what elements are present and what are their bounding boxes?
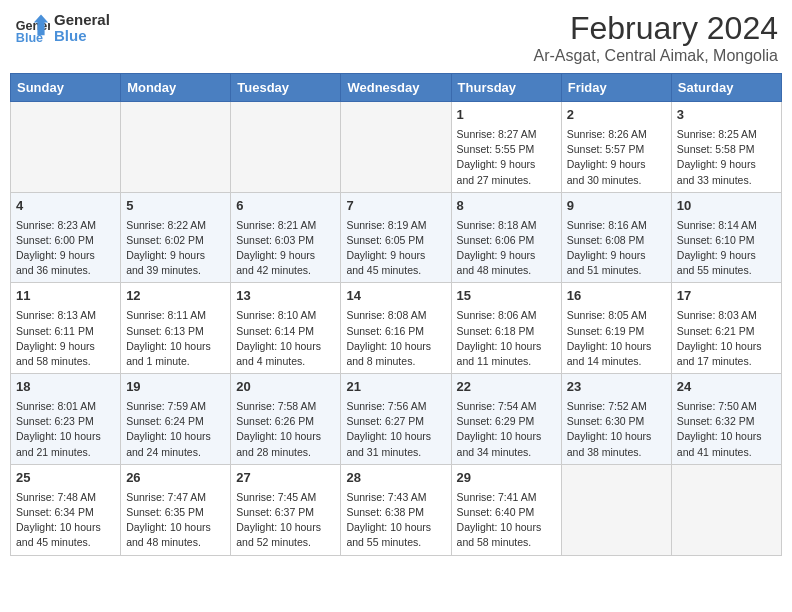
day-number: 8 [457,197,556,216]
day-info: Sunrise: 7:52 AM [567,399,666,414]
day-info: Daylight: 10 hours and 34 minutes. [457,429,556,459]
day-number: 6 [236,197,335,216]
calendar-cell: 4Sunrise: 8:23 AMSunset: 6:00 PMDaylight… [11,192,121,283]
day-info: Sunset: 6:26 PM [236,414,335,429]
col-header-friday: Friday [561,74,671,102]
day-number: 14 [346,287,445,306]
day-info: Sunrise: 8:26 AM [567,127,666,142]
day-info: Sunset: 6:34 PM [16,505,115,520]
day-info: Sunrise: 8:10 AM [236,308,335,323]
calendar-cell: 20Sunrise: 7:58 AMSunset: 6:26 PMDayligh… [231,374,341,465]
day-info: Daylight: 10 hours and 14 minutes. [567,339,666,369]
day-info: Sunset: 6:27 PM [346,414,445,429]
day-number: 4 [16,197,115,216]
day-number: 28 [346,469,445,488]
calendar-cell: 2Sunrise: 8:26 AMSunset: 5:57 PMDaylight… [561,102,671,193]
day-info: Sunset: 6:18 PM [457,324,556,339]
day-info: Sunset: 6:24 PM [126,414,225,429]
calendar-cell [231,102,341,193]
logo-general: General [54,12,110,29]
calendar-cell: 5Sunrise: 8:22 AMSunset: 6:02 PMDaylight… [121,192,231,283]
day-info: Sunset: 6:14 PM [236,324,335,339]
day-info: Sunrise: 8:16 AM [567,218,666,233]
day-info: Daylight: 10 hours and 31 minutes. [346,429,445,459]
day-number: 13 [236,287,335,306]
day-info: Daylight: 9 hours and 36 minutes. [16,248,115,278]
day-number: 2 [567,106,666,125]
day-info: Sunset: 6:00 PM [16,233,115,248]
day-info: Sunrise: 8:08 AM [346,308,445,323]
calendar-cell [11,102,121,193]
day-info: Sunset: 6:30 PM [567,414,666,429]
calendar-cell: 13Sunrise: 8:10 AMSunset: 6:14 PMDayligh… [231,283,341,374]
day-info: Sunset: 6:02 PM [126,233,225,248]
calendar-cell: 15Sunrise: 8:06 AMSunset: 6:18 PMDayligh… [451,283,561,374]
calendar-cell: 19Sunrise: 7:59 AMSunset: 6:24 PMDayligh… [121,374,231,465]
day-info: Sunset: 6:10 PM [677,233,776,248]
day-number: 18 [16,378,115,397]
day-info: Daylight: 10 hours and 52 minutes. [236,520,335,550]
day-number: 10 [677,197,776,216]
logo-blue: Blue [54,28,110,45]
day-info: Daylight: 10 hours and 38 minutes. [567,429,666,459]
day-info: Daylight: 10 hours and 45 minutes. [16,520,115,550]
day-info: Sunrise: 7:50 AM [677,399,776,414]
day-info: Daylight: 9 hours and 33 minutes. [677,157,776,187]
logo-icon: General Blue [14,10,50,46]
day-info: Sunrise: 7:41 AM [457,490,556,505]
day-info: Daylight: 10 hours and 11 minutes. [457,339,556,369]
day-info: Sunset: 6:03 PM [236,233,335,248]
day-info: Sunrise: 8:05 AM [567,308,666,323]
day-info: Daylight: 10 hours and 21 minutes. [16,429,115,459]
day-info: Sunset: 5:57 PM [567,142,666,157]
day-info: Daylight: 10 hours and 55 minutes. [346,520,445,550]
day-number: 7 [346,197,445,216]
calendar-cell: 18Sunrise: 8:01 AMSunset: 6:23 PMDayligh… [11,374,121,465]
page-header: General Blue General Blue February 2024 … [10,10,782,65]
day-info: Daylight: 10 hours and 58 minutes. [457,520,556,550]
day-info: Sunset: 6:35 PM [126,505,225,520]
calendar-cell: 21Sunrise: 7:56 AMSunset: 6:27 PMDayligh… [341,374,451,465]
day-number: 27 [236,469,335,488]
day-number: 9 [567,197,666,216]
day-info: Sunset: 5:58 PM [677,142,776,157]
col-header-thursday: Thursday [451,74,561,102]
day-info: Daylight: 9 hours and 39 minutes. [126,248,225,278]
day-info: Sunrise: 8:03 AM [677,308,776,323]
calendar-table: SundayMondayTuesdayWednesdayThursdayFrid… [10,73,782,556]
day-info: Sunset: 6:19 PM [567,324,666,339]
col-header-monday: Monday [121,74,231,102]
calendar-cell: 27Sunrise: 7:45 AMSunset: 6:37 PMDayligh… [231,464,341,555]
day-info: Sunrise: 7:43 AM [346,490,445,505]
day-info: Sunset: 5:55 PM [457,142,556,157]
day-info: Sunset: 6:23 PM [16,414,115,429]
day-number: 12 [126,287,225,306]
calendar-cell [671,464,781,555]
calendar-cell: 8Sunrise: 8:18 AMSunset: 6:06 PMDaylight… [451,192,561,283]
calendar-cell: 17Sunrise: 8:03 AMSunset: 6:21 PMDayligh… [671,283,781,374]
calendar-week-row: 4Sunrise: 8:23 AMSunset: 6:00 PMDaylight… [11,192,782,283]
day-number: 29 [457,469,556,488]
day-info: Sunset: 6:06 PM [457,233,556,248]
calendar-cell: 11Sunrise: 8:13 AMSunset: 6:11 PMDayligh… [11,283,121,374]
calendar-cell [561,464,671,555]
day-number: 5 [126,197,225,216]
day-info: Sunset: 6:29 PM [457,414,556,429]
calendar-cell: 16Sunrise: 8:05 AMSunset: 6:19 PMDayligh… [561,283,671,374]
day-info: Sunset: 6:38 PM [346,505,445,520]
day-info: Sunrise: 8:19 AM [346,218,445,233]
calendar-cell: 7Sunrise: 8:19 AMSunset: 6:05 PMDaylight… [341,192,451,283]
day-info: Daylight: 9 hours and 48 minutes. [457,248,556,278]
calendar-cell: 25Sunrise: 7:48 AMSunset: 6:34 PMDayligh… [11,464,121,555]
day-number: 16 [567,287,666,306]
day-info: Sunrise: 7:48 AM [16,490,115,505]
day-info: Sunrise: 8:13 AM [16,308,115,323]
calendar-subtitle: Ar-Asgat, Central Aimak, Mongolia [533,47,778,65]
calendar-week-row: 11Sunrise: 8:13 AMSunset: 6:11 PMDayligh… [11,283,782,374]
calendar-cell: 29Sunrise: 7:41 AMSunset: 6:40 PMDayligh… [451,464,561,555]
logo: General Blue General Blue [14,10,110,46]
day-info: Daylight: 9 hours and 30 minutes. [567,157,666,187]
day-info: Daylight: 10 hours and 1 minute. [126,339,225,369]
calendar-cell: 6Sunrise: 8:21 AMSunset: 6:03 PMDaylight… [231,192,341,283]
day-info: Daylight: 10 hours and 48 minutes. [126,520,225,550]
